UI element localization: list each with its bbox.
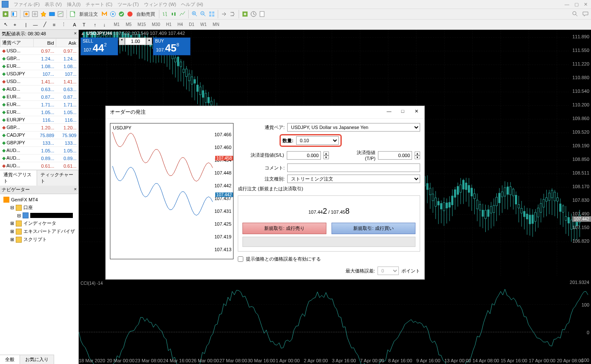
templates-icon[interactable] — [258, 10, 266, 18]
maximize-icon[interactable]: ▢ — [573, 2, 580, 7]
tf-mn[interactable]: MN — [210, 21, 222, 28]
zoom-out-icon[interactable] — [199, 10, 207, 18]
dialog-maximize-icon[interactable]: □ — [399, 109, 406, 116]
col-symbol[interactable]: 通貨ペア — [0, 39, 34, 47]
cursor-icon[interactable]: ↖ — [2, 21, 9, 29]
close-icon[interactable]: ✕ — [582, 2, 589, 7]
chat-icon[interactable] — [582, 10, 589, 18]
market-watch-row[interactable]: ◆ EURJPY116...116... — [0, 116, 78, 124]
comment-input[interactable] — [287, 163, 420, 172]
market-watch-row[interactable]: ◆ EUR...1.08...1.08... — [0, 63, 78, 70]
menu-view[interactable]: 表示 (V) — [45, 1, 62, 8]
market-watch-row[interactable]: ◆ GBP...1.24...1.24... — [0, 55, 78, 63]
new-chart-icon[interactable] — [2, 10, 9, 18]
menu-tools[interactable]: ツール (T) — [118, 1, 139, 8]
col-ask[interactable]: Ask — [56, 39, 78, 47]
tf-m30[interactable]: M30 — [150, 21, 162, 28]
navigator-close-icon[interactable]: × — [74, 186, 77, 193]
tp-input[interactable] — [378, 151, 412, 160]
market-watch-row[interactable]: ◆ USDJPY107...107... — [0, 70, 78, 78]
sl-down-icon[interactable]: ▼ — [323, 155, 329, 159]
minimize-icon[interactable]: — — [563, 2, 571, 7]
tf-m1[interactable]: M1 — [112, 21, 122, 28]
tp-down-icon[interactable]: ▼ — [415, 155, 420, 159]
zoom-in-icon[interactable] — [191, 10, 199, 18]
market-watch-row[interactable]: ◆ USD...0.97...0.97... — [0, 47, 78, 55]
line-chart-icon[interactable] — [179, 10, 186, 18]
vline-icon[interactable]: | — [22, 21, 30, 29]
one-click-sell[interactable]: SELL 107.442 — [81, 37, 118, 55]
tree-indicators[interactable]: ⊞インディケータ — [2, 219, 77, 227]
menu-insert[interactable]: 挿入(I) — [67, 1, 81, 8]
tf-d1[interactable]: D1 — [187, 21, 196, 28]
tf-m15[interactable]: M15 — [135, 21, 148, 28]
crosshair-icon[interactable]: + — [11, 21, 19, 29]
pair-select[interactable]: USDJPY, US Dollar vs Japanese Yen — [287, 123, 420, 132]
market-watch-row[interactable]: ◆ AUD...1.05...1.05... — [0, 147, 78, 155]
one-click-lot[interactable] — [125, 37, 146, 45]
fibo-icon[interactable]: ⋮ — [60, 21, 67, 29]
arrow-down-icon[interactable]: ↓ — [101, 21, 108, 29]
market-watch-row[interactable]: ◆ AUD...0.63...0.63... — [0, 86, 78, 93]
one-click-buy[interactable]: BUY 107.458 — [153, 37, 190, 55]
market-watch-row[interactable]: ◆ AUD...0.89...0.89... — [0, 155, 78, 162]
tree-experts[interactable]: ⊞エキスパートアドバイザ — [2, 227, 77, 235]
market-watch-row[interactable]: ◆ GBP...1.20...1.20... — [0, 124, 78, 132]
market-watch-row[interactable]: ◆ USD...1.41...1.41... — [0, 78, 78, 86]
market-icon[interactable] — [118, 10, 125, 18]
periods-icon[interactable] — [250, 10, 257, 18]
market-watch-row[interactable]: ◆ CADJPY75.88975.909 — [0, 132, 78, 139]
meta-icon[interactable] — [101, 10, 108, 18]
tf-h1[interactable]: H1 — [164, 21, 174, 28]
market-watch-icon[interactable] — [23, 10, 30, 18]
label-icon[interactable]: T — [80, 21, 88, 29]
tab-tick-chart[interactable]: ティックチャート — [37, 170, 78, 186]
trendline-icon[interactable]: ╱ — [41, 21, 49, 29]
dialog-close-icon[interactable]: ✕ — [412, 109, 420, 116]
terminal-icon[interactable] — [48, 10, 56, 18]
tree-root[interactable]: GemFX MT4 — [2, 196, 77, 203]
bar-chart-icon[interactable] — [161, 10, 169, 18]
signals-icon[interactable] — [109, 10, 117, 18]
arrow-up-icon[interactable]: ↑ — [91, 21, 99, 29]
new-order-icon[interactable] — [69, 10, 77, 18]
col-bid[interactable]: Bid — [34, 39, 56, 47]
lot-down-icon[interactable]: ▾ — [119, 37, 125, 45]
tab-symbol-list[interactable]: 通貨ペアリスト — [0, 170, 37, 186]
tree-scripts[interactable]: ⊞スクリプト — [2, 235, 77, 244]
search-icon[interactable] — [571, 10, 579, 18]
dialog-minimize-icon[interactable]: — — [385, 109, 393, 116]
type-select[interactable]: ストリーミング注文 — [287, 175, 420, 183]
volume-select[interactable]: 0.10 — [296, 136, 339, 145]
menu-window[interactable]: ウィンドウ (W) — [144, 1, 176, 8]
autotrade-icon[interactable] — [126, 10, 134, 18]
hline-icon[interactable]: — — [32, 21, 39, 29]
tp-up-icon[interactable]: ▲ — [415, 152, 420, 155]
indicators-icon[interactable] — [241, 10, 249, 18]
candle-chart-icon[interactable] — [170, 10, 178, 18]
tree-accounts[interactable]: ⊟口座 — [2, 203, 77, 212]
tf-h4[interactable]: H4 — [176, 21, 185, 28]
data-window-icon[interactable] — [31, 10, 39, 18]
autotrade-button[interactable]: 自動売買 — [135, 11, 157, 17]
market-watch-row[interactable]: ◆ EUR...1.71...1.71... — [0, 101, 78, 109]
market-watch-row[interactable]: ◆ AUD...0.61...0.61... — [0, 162, 78, 170]
tab-favorites[interactable]: お気に入り — [20, 355, 54, 364]
tab-general[interactable]: 全般 — [0, 355, 20, 364]
menu-help[interactable]: ヘルプ (H) — [181, 1, 203, 8]
sl-input[interactable] — [287, 151, 321, 160]
shift-icon[interactable] — [220, 10, 228, 18]
market-sell-button[interactable]: 新規取引: 成行売り — [242, 223, 326, 234]
channel-icon[interactable]: ≡ — [50, 21, 58, 29]
market-buy-button[interactable]: 新規取引: 成行買い — [332, 223, 415, 234]
market-watch-row[interactable]: ◆ EUR...1.05...1.05... — [0, 109, 78, 116]
market-watch-row[interactable]: ◆ EUR...0.87...0.87... — [0, 93, 78, 101]
strategy-tester-icon[interactable] — [57, 10, 64, 18]
deviation-checkbox[interactable] — [238, 256, 243, 262]
tf-w1[interactable]: W1 — [198, 21, 209, 28]
profiles-icon[interactable] — [10, 10, 18, 18]
market-watch-row[interactable]: ◆ GBPJPY133...133... — [0, 139, 78, 147]
tile-icon[interactable] — [208, 10, 216, 18]
text-icon[interactable]: A — [71, 21, 78, 29]
new-order-button[interactable]: 新規注文 — [78, 11, 100, 17]
